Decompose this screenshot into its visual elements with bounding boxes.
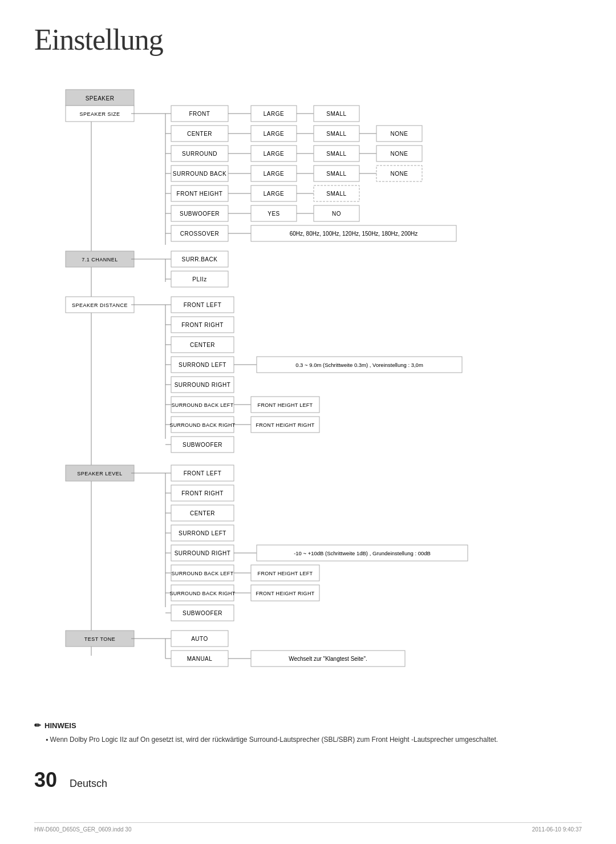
svg-text:NONE: NONE bbox=[391, 131, 408, 137]
footer-right: 2011-06-10 9:40:37 bbox=[532, 826, 582, 833]
notes-item-1: Wenn Dolby Pro Logic IIz auf On gesetzt … bbox=[46, 734, 582, 745]
svg-text:SMALL: SMALL bbox=[326, 111, 346, 117]
svg-text:SUBWOOFER: SUBWOOFER bbox=[180, 211, 220, 217]
svg-text:SURROUND BACK RIGHT: SURROUND BACK RIGHT bbox=[169, 422, 235, 428]
svg-text:SURROUND RIGHT: SURROUND RIGHT bbox=[175, 550, 231, 556]
page-title: Einstellung bbox=[34, 23, 582, 56]
footer: HW-D600_D650S_GER_0609.indd 30 2011-06-1… bbox=[34, 822, 582, 833]
svg-text:60Hz, 80Hz, 100Hz, 120Hz, 150H: 60Hz, 80Hz, 100Hz, 120Hz, 150Hz, 180Hz, … bbox=[290, 231, 418, 237]
svg-text:SURROUND BACK LEFT: SURROUND BACK LEFT bbox=[172, 402, 234, 408]
svg-text:SMALL: SMALL bbox=[326, 191, 346, 197]
svg-text:SMALL: SMALL bbox=[326, 131, 346, 137]
notes-section: ✏ HINWEIS Wenn Dolby Pro Logic IIz auf O… bbox=[34, 709, 582, 745]
svg-text:NONE: NONE bbox=[391, 171, 408, 177]
page-number: 30 bbox=[34, 768, 57, 791]
svg-text:CROSSOVER: CROSSOVER bbox=[180, 231, 219, 237]
svg-text:7.1 CHANNEL: 7.1 CHANNEL bbox=[82, 257, 118, 263]
notes-title: ✏ HINWEIS bbox=[34, 721, 582, 730]
svg-text:SURROND LEFT: SURROND LEFT bbox=[179, 530, 226, 536]
svg-text:CENTER: CENTER bbox=[187, 131, 212, 137]
svg-text:LARGE: LARGE bbox=[264, 171, 284, 177]
svg-text:LARGE: LARGE bbox=[264, 191, 284, 197]
svg-text:FRONT RIGHT: FRONT RIGHT bbox=[181, 490, 224, 496]
svg-text:SURROND LEFT: SURROND LEFT bbox=[179, 362, 226, 368]
svg-text:FRONT: FRONT bbox=[189, 111, 210, 117]
svg-text:FRONT LEFT: FRONT LEFT bbox=[184, 302, 221, 308]
svg-text:Wechselt zur "Klangtest Seite": Wechselt zur "Klangtest Seite". bbox=[289, 656, 367, 662]
svg-text:YES: YES bbox=[268, 211, 280, 217]
svg-text:CENTER: CENTER bbox=[190, 510, 215, 516]
svg-text:FRONT HEIGHT RIGHT: FRONT HEIGHT RIGHT bbox=[256, 422, 314, 428]
pencil-icon: ✏ bbox=[34, 721, 41, 730]
svg-text:SPEAKER DISTANCE: SPEAKER DISTANCE bbox=[72, 302, 128, 308]
notes-list: Wenn Dolby Pro Logic IIz auf On gesetzt … bbox=[46, 734, 582, 745]
svg-text:FRONT HEIGHT: FRONT HEIGHT bbox=[177, 191, 223, 197]
svg-text:0.3 ~ 9.0m (Schrittweite 0.3m): 0.3 ~ 9.0m (Schrittweite 0.3m) , Voreins… bbox=[295, 362, 423, 368]
page-number-block: 30 Deutsch bbox=[34, 768, 582, 792]
svg-text:FRONT HEIGHT LEFT: FRONT HEIGHT LEFT bbox=[258, 571, 313, 576]
svg-text:TEST TONE: TEST TONE bbox=[84, 636, 116, 642]
svg-text:SURROUND RIGHT: SURROUND RIGHT bbox=[175, 382, 231, 388]
svg-text:MANUAL: MANUAL bbox=[187, 656, 213, 662]
svg-text:FRONT HEIGHT RIGHT: FRONT HEIGHT RIGHT bbox=[256, 591, 314, 596]
svg-text:SURROUND BACK RIGHT: SURROUND BACK RIGHT bbox=[169, 591, 235, 596]
svg-text:-10 ~ +10dB (Schrittweite 1dB): -10 ~ +10dB (Schrittweite 1dB) , Grundei… bbox=[294, 550, 431, 556]
svg-text:SPEAKER SIZE: SPEAKER SIZE bbox=[79, 111, 120, 117]
svg-text:SURROUND BACK: SURROUND BACK bbox=[173, 171, 226, 177]
svg-text:SURROUND BACK LEFT: SURROUND BACK LEFT bbox=[172, 571, 234, 576]
svg-text:SMALL: SMALL bbox=[326, 151, 346, 157]
page-number-label: Deutsch bbox=[70, 778, 107, 789]
svg-text:NO: NO bbox=[332, 211, 341, 217]
svg-text:FRONT RIGHT: FRONT RIGHT bbox=[181, 322, 224, 328]
svg-text:SUBWOOFER: SUBWOOFER bbox=[183, 442, 222, 448]
svg-text:SMALL: SMALL bbox=[326, 171, 346, 177]
svg-text:SURROUND: SURROUND bbox=[182, 151, 217, 157]
svg-text:LARGE: LARGE bbox=[264, 151, 284, 157]
svg-text:FRONT LEFT: FRONT LEFT bbox=[184, 470, 221, 476]
svg-text:PLIIz: PLIIz bbox=[192, 276, 206, 282]
svg-text:CENTER: CENTER bbox=[190, 342, 215, 348]
svg-text:FRONT HEIGHT LEFT: FRONT HEIGHT LEFT bbox=[258, 402, 313, 408]
svg-text:AUTO: AUTO bbox=[191, 636, 208, 642]
svg-text:SUBWOOFER: SUBWOOFER bbox=[183, 610, 222, 616]
diagram: SPEAKER SPEAKER SIZE FRONT LARGE SMALL C… bbox=[34, 74, 582, 692]
svg-text:SPEAKER LEVEL: SPEAKER LEVEL bbox=[77, 471, 123, 476]
svg-text:SURR.BACK: SURR.BACK bbox=[182, 256, 218, 263]
svg-text:SPEAKER: SPEAKER bbox=[86, 95, 115, 102]
svg-text:LARGE: LARGE bbox=[264, 111, 284, 117]
svg-text:LARGE: LARGE bbox=[264, 131, 284, 137]
footer-left: HW-D600_D650S_GER_0609.indd 30 bbox=[34, 826, 131, 833]
svg-text:NONE: NONE bbox=[391, 151, 408, 157]
